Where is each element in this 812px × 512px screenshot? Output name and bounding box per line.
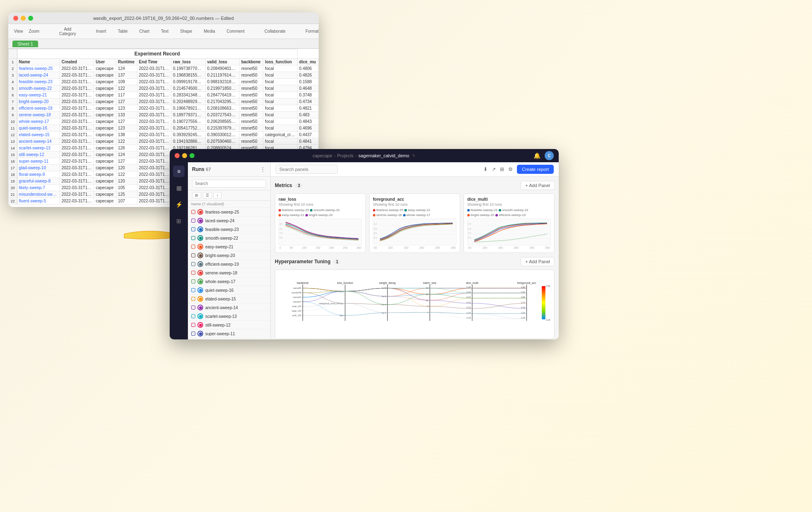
table-cell[interactable]: still-sweep-12 (17, 151, 60, 158)
table-cell[interactable]: focal (263, 118, 297, 125)
wandb-close-button[interactable] (175, 153, 180, 158)
table-row[interactable]: 3laced-sweep-242022-03-31T14:03:44.000Zc… (9, 72, 319, 79)
list-item[interactable]: super-sweep-11 (188, 329, 270, 338)
table-cell[interactable]: 0.196678921580315 00 (171, 105, 205, 112)
run-checkbox[interactable] (191, 323, 195, 327)
add-panel-button-metrics[interactable]: + Add Panel (521, 181, 555, 190)
table-cell[interactable]: 2022-03-31T13:51:05.000Z (137, 118, 171, 125)
sidebar-lightning-icon[interactable]: ⚡ (173, 199, 185, 210)
settings-icon-button[interactable]: ⚙ (507, 166, 514, 173)
table-cell[interactable]: resnet50 (239, 112, 263, 118)
run-checkbox[interactable] (191, 271, 195, 275)
sidebar-model-icon[interactable]: ⊞ (173, 215, 185, 227)
table-row[interactable]: 13ancient-sweep-142022-03-31T13:42:15.00… (9, 138, 319, 145)
table-cell[interactable]: 0.4437 (297, 132, 318, 138)
list-item[interactable]: fearless-sweep-25 (188, 208, 270, 216)
table-cell[interactable]: 0.190727556576381 0 (171, 118, 205, 125)
table-cell[interactable]: capecape (94, 85, 116, 92)
run-checkbox[interactable] (191, 227, 195, 231)
table-cell[interactable]: 0.3748 (297, 92, 318, 99)
table-cell[interactable]: 0.189779371023178 0 (171, 112, 205, 118)
table-cell[interactable]: 2022-03-31T13:46:44.000Z (137, 132, 171, 138)
table-cell[interactable]: 122 (116, 171, 137, 178)
table-cell[interactable]: capecape (94, 79, 116, 85)
table-cell[interactable]: 2022-03-31T13:37:59.000Z (60, 151, 94, 158)
maximize-button[interactable] (28, 16, 33, 21)
list-item[interactable]: still-sweep-12 (188, 321, 270, 329)
table-cell[interactable]: 120 (116, 165, 137, 171)
table-cell[interactable]: 2022-03-31T14:08:07.000Z (137, 65, 171, 72)
wandb-minimize-button[interactable] (182, 153, 187, 158)
table-cell[interactable]: 2022-03-31T13:59:47.000Z (60, 85, 94, 92)
table-cell[interactable]: focal (263, 138, 297, 145)
list-item[interactable]: bright-sweep-20 (188, 251, 270, 260)
table-cell[interactable]: 0.284776419401169 0 (205, 92, 239, 99)
table-cell[interactable]: 0.208490401807785000 (205, 65, 239, 72)
table-cell[interactable]: 127 (116, 118, 137, 125)
run-checkbox[interactable] (191, 262, 195, 266)
table-cell[interactable]: capecape (94, 198, 116, 204)
table-cell[interactable]: focal (263, 65, 297, 72)
table-cell[interactable]: bright-sweep-20 (17, 99, 60, 105)
download-icon-button[interactable]: ⬇ (483, 166, 488, 173)
close-button[interactable] (13, 16, 18, 21)
table-cell[interactable]: fearless-sweep-25 (17, 65, 60, 72)
table-cell[interactable]: 0.203727543354034 0 (205, 112, 239, 118)
table-cell[interactable]: 2022-03-31T13:55:29.000Z (60, 99, 94, 105)
table-cell[interactable]: graceful-sweep-8 (17, 178, 60, 185)
run-checkbox[interactable] (191, 288, 195, 292)
runs-sort-button[interactable]: ↕ (214, 192, 221, 199)
text-button[interactable]: Text (159, 28, 170, 34)
table-row[interactable]: 11quiet-sweep-162022-03-31T13:46:49.000Z… (9, 125, 319, 132)
grid-icon-button[interactable]: ⊞ (499, 166, 505, 173)
list-item[interactable]: quiet-sweep-16 (188, 286, 270, 295)
table-cell[interactable]: categorical_cross_entropy (263, 132, 297, 138)
table-cell[interactable]: capecape (94, 171, 116, 178)
table-cell[interactable]: resnet50 (239, 99, 263, 105)
table-cell[interactable]: resnet50 (239, 85, 263, 92)
collaborate-button[interactable]: Collaborate (263, 28, 287, 34)
run-checkbox[interactable] (191, 279, 195, 284)
table-cell[interactable]: 2022-03-31T13:53:24.000Z (60, 105, 94, 112)
table-cell[interactable]: 0.0999191784381866 50 (171, 79, 205, 85)
table-cell[interactable]: 0.4843 (297, 118, 318, 125)
add-category-button[interactable]: Add Category (58, 26, 78, 37)
table-cell[interactable]: 0.217043295026035 00 (205, 99, 239, 105)
run-checkbox[interactable] (191, 236, 195, 240)
table-cell[interactable]: capecape (94, 185, 116, 191)
table-cell[interactable]: 2022-03-31T14:06:01.000Z (137, 72, 171, 79)
table-cell[interactable]: 123 (116, 105, 137, 112)
table-cell[interactable]: 2022-03-31T13:53:21.000Z (137, 112, 171, 118)
table-cell[interactable]: focal (263, 72, 297, 79)
zoom-button[interactable]: Zoom (27, 28, 41, 34)
table-cell[interactable]: 2022-03-31T14:05:09.000Z (137, 79, 171, 85)
table-cell[interactable]: 0.219971850514412 00 (205, 85, 239, 92)
table-cell[interactable]: misunderstood-sweep-6 (17, 191, 60, 198)
insert-button[interactable]: Insert (94, 28, 108, 34)
comment-button[interactable]: Comment (225, 28, 246, 34)
table-cell[interactable]: 125 (116, 191, 137, 198)
table-cell[interactable]: 109 (116, 79, 137, 85)
table-cell[interactable]: ancient-sweep-14 (17, 138, 60, 145)
table-row[interactable]: 7bright-sweep-202022-03-31T13:55:29.000Z… (9, 99, 319, 105)
table-button[interactable]: Table (116, 28, 130, 34)
table-cell[interactable]: 0.390330012695454 50 (205, 132, 239, 138)
table-cell[interactable]: 2022-03-31T13:51:08.000Z (60, 112, 94, 118)
run-checkbox[interactable] (191, 332, 195, 336)
table-row[interactable]: 12elated-sweep-152022-03-31T13:44:26.000… (9, 132, 319, 138)
sidebar-chart-icon[interactable]: ▦ (173, 182, 185, 194)
table-cell[interactable]: 0.202488929033279 00 (171, 99, 205, 105)
add-panel-button-hp[interactable]: + Add Panel (521, 257, 555, 266)
table-cell[interactable]: 0.4821 (297, 105, 318, 112)
table-cell[interactable]: 120 (116, 178, 137, 185)
table-row[interactable]: 9serene-sweep-182022-03-31T13:51:08.000Z… (9, 112, 319, 118)
list-item[interactable]: scarlet-sweep-13 (188, 312, 270, 321)
table-cell[interactable]: resnet50 (239, 79, 263, 85)
table-cell[interactable]: resnet50 (239, 65, 263, 72)
table-cell[interactable]: 133 (116, 112, 137, 118)
table-cell[interactable]: floral-sweep-9 (17, 171, 60, 178)
table-cell[interactable]: whole-sweep-17 (17, 118, 60, 125)
table-cell[interactable]: 2022-03-31T13:48:58.000Z (60, 118, 94, 125)
media-button[interactable]: Media (202, 28, 216, 34)
list-item[interactable]: smooth-sweep-22 (188, 234, 270, 243)
